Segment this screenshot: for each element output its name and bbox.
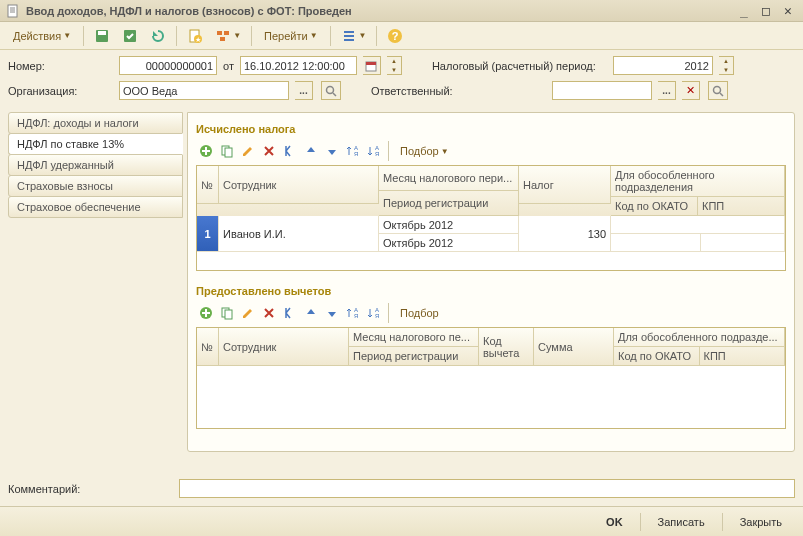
select-button[interactable]: Подбор▼ bbox=[393, 141, 456, 161]
edit-row-button[interactable] bbox=[238, 141, 258, 161]
move-up-button[interactable] bbox=[301, 303, 321, 323]
chevron-down-icon: ▼ bbox=[233, 31, 241, 40]
cell-tax[interactable]: 130 bbox=[519, 216, 611, 252]
tab-4[interactable]: Страховое обеспечение bbox=[8, 196, 183, 218]
sort-asc-button[interactable]: AЯ bbox=[343, 303, 363, 323]
delete-row-button[interactable] bbox=[259, 303, 279, 323]
col-subdiv[interactable]: Для обособленного подразделения bbox=[611, 166, 785, 197]
sort-desc-button[interactable]: AЯ bbox=[364, 141, 384, 161]
actions-menu[interactable]: Действия▼ bbox=[6, 25, 78, 47]
move-up-button[interactable] bbox=[301, 141, 321, 161]
section1-title: Исчислено налога bbox=[196, 123, 786, 135]
select-label: Подбор bbox=[400, 307, 439, 319]
close-button[interactable]: ✕ bbox=[779, 4, 797, 18]
maximize-button[interactable]: □ bbox=[757, 4, 775, 18]
tax-period-field[interactable]: 2012 bbox=[613, 56, 713, 75]
help-button[interactable]: ? bbox=[382, 25, 408, 47]
col-subdiv[interactable]: Для обособленного подразде... bbox=[614, 328, 785, 347]
cell-kpp[interactable] bbox=[701, 234, 785, 252]
chevron-down-icon: ▼ bbox=[441, 147, 449, 156]
svg-rect-0 bbox=[8, 5, 17, 17]
cell-reg[interactable]: Октябрь 2012 bbox=[379, 234, 519, 252]
svg-line-23 bbox=[720, 93, 723, 96]
col-month[interactable]: Месяц налогового пе... bbox=[349, 328, 479, 347]
tab-2[interactable]: НДФЛ удержанный bbox=[8, 154, 183, 176]
sort-desc-button[interactable]: AЯ bbox=[364, 303, 384, 323]
col-okato[interactable]: Код по ОКАТО bbox=[611, 197, 698, 216]
org-field[interactable]: ООО Веда bbox=[119, 81, 289, 100]
grid2-body[interactable] bbox=[197, 366, 785, 428]
resp-search-button[interactable] bbox=[708, 81, 728, 100]
select-button[interactable]: Подбор bbox=[393, 303, 446, 323]
col-num[interactable]: № bbox=[197, 166, 219, 204]
tax-period-label: Налоговый (расчетный) период: bbox=[432, 60, 607, 72]
resp-clear-button[interactable]: ✕ bbox=[682, 81, 700, 100]
svg-point-20 bbox=[327, 86, 334, 93]
refresh-button[interactable] bbox=[145, 25, 171, 47]
ok-button[interactable]: OK bbox=[595, 511, 634, 533]
org-search-button[interactable] bbox=[321, 81, 341, 100]
col-kpp[interactable]: КПП bbox=[700, 347, 786, 366]
title-bar: Ввод доходов, НДФЛ и налогов (взносов) с… bbox=[0, 0, 803, 22]
table-row[interactable]: 1 Иванов И.И. Октябрь 2012 Октябрь 2012 … bbox=[197, 216, 785, 252]
sort-asc-button[interactable]: AЯ bbox=[343, 141, 363, 161]
delete-row-button[interactable] bbox=[259, 141, 279, 161]
col-kpp[interactable]: КПП bbox=[698, 197, 785, 216]
col-sum[interactable]: Сумма bbox=[534, 328, 614, 366]
minimize-button[interactable]: _ bbox=[735, 4, 753, 18]
date-spinner[interactable]: ▲▼ bbox=[387, 56, 402, 75]
move-first-button[interactable] bbox=[280, 303, 300, 323]
col-reg-period[interactable]: Период регистрации bbox=[349, 347, 479, 366]
col-tax[interactable]: Налог bbox=[519, 166, 611, 204]
separator bbox=[176, 26, 177, 46]
cell-month[interactable]: Октябрь 2012 bbox=[379, 216, 519, 234]
new-button[interactable]: ★ bbox=[182, 25, 208, 47]
tab-0[interactable]: НДФЛ: доходы и налоги bbox=[8, 112, 183, 134]
calendar-button[interactable] bbox=[363, 56, 381, 75]
svg-rect-26 bbox=[225, 148, 232, 157]
chevron-down-icon: ▼ bbox=[359, 31, 367, 40]
comment-input[interactable] bbox=[179, 479, 795, 498]
move-down-button[interactable] bbox=[322, 303, 342, 323]
cell-employee[interactable]: Иванов И.И. bbox=[219, 216, 379, 252]
save-icon-button[interactable] bbox=[89, 25, 115, 47]
edit-row-button[interactable] bbox=[238, 303, 258, 323]
main-toolbar: Действия▼ ★ ▼ Перейти▼ ▼ ? bbox=[0, 22, 803, 50]
grid1-header: № Сотрудник Месяц налогового пери... Пер… bbox=[197, 166, 785, 216]
save-button[interactable]: Записать bbox=[647, 511, 716, 533]
col-num[interactable]: № bbox=[197, 328, 219, 366]
close-button[interactable]: Закрыть bbox=[729, 511, 793, 533]
list-button[interactable]: ▼ bbox=[336, 25, 372, 47]
cell-okato[interactable] bbox=[611, 234, 701, 252]
svg-text:Я: Я bbox=[354, 151, 358, 157]
svg-text:Я: Я bbox=[354, 313, 358, 319]
goto-menu[interactable]: Перейти▼ bbox=[257, 25, 325, 47]
add-row-button[interactable] bbox=[196, 141, 216, 161]
cell-num: 1 bbox=[197, 216, 219, 252]
copy-row-button[interactable] bbox=[217, 303, 237, 323]
from-label: от bbox=[223, 60, 234, 72]
add-row-button[interactable] bbox=[196, 303, 216, 323]
structure-button[interactable]: ▼ bbox=[210, 25, 246, 47]
tab-3[interactable]: Страховые взносы bbox=[8, 175, 183, 197]
resp-field[interactable] bbox=[552, 81, 652, 100]
tab-1[interactable]: НДФЛ по ставке 13% bbox=[8, 133, 183, 155]
move-down-button[interactable] bbox=[322, 141, 342, 161]
col-okato[interactable]: Код по ОКАТО bbox=[614, 347, 700, 366]
col-employee[interactable]: Сотрудник bbox=[219, 328, 349, 366]
col-deduct-code[interactable]: Код вычета bbox=[479, 328, 534, 366]
col-employee[interactable]: Сотрудник bbox=[219, 166, 379, 204]
move-first-button[interactable] bbox=[280, 141, 300, 161]
post-button[interactable] bbox=[117, 25, 143, 47]
date-field[interactable]: 16.10.2012 12:00:00 bbox=[240, 56, 357, 75]
cell-subdiv[interactable] bbox=[611, 216, 785, 234]
org-select-button[interactable]: ... bbox=[295, 81, 313, 100]
svg-rect-10 bbox=[217, 31, 222, 35]
resp-select-button[interactable]: ... bbox=[658, 81, 676, 100]
period-spinner[interactable]: ▲▼ bbox=[719, 56, 734, 75]
grid1-body[interactable]: 1 Иванов И.И. Октябрь 2012 Октябрь 2012 … bbox=[197, 216, 785, 270]
col-month[interactable]: Месяц налогового пери... bbox=[379, 166, 519, 191]
col-reg-period[interactable]: Период регистрации bbox=[379, 191, 519, 216]
copy-row-button[interactable] bbox=[217, 141, 237, 161]
number-field[interactable]: 00000000001 bbox=[119, 56, 217, 75]
